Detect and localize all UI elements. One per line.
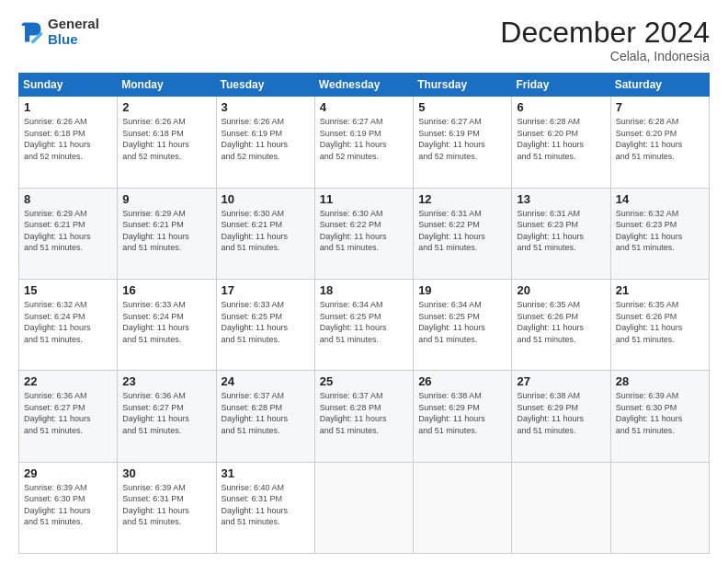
day-number: 25 [320, 374, 408, 388]
calendar-week-1: 1Sunrise: 6:26 AM Sunset: 6:18 PM Daylig… [19, 97, 710, 188]
day-number: 10 [222, 192, 310, 206]
calendar-cell: 23Sunrise: 6:36 AM Sunset: 6:27 PM Dayli… [118, 371, 216, 462]
day-info: Sunrise: 6:29 AM Sunset: 6:21 PM Dayligh… [24, 208, 112, 254]
day-number: 13 [517, 192, 605, 206]
weekday-thursday: Thursday [414, 74, 512, 97]
calendar-cell: 21Sunrise: 6:35 AM Sunset: 6:26 PM Dayli… [610, 279, 709, 370]
day-number: 11 [320, 192, 408, 206]
day-number: 5 [418, 100, 506, 114]
calendar-cell [414, 462, 512, 553]
day-info: Sunrise: 6:32 AM Sunset: 6:24 PM Dayligh… [24, 299, 112, 345]
month-title: December 2024 [500, 17, 710, 49]
day-info: Sunrise: 6:35 AM Sunset: 6:26 PM Dayligh… [616, 299, 704, 345]
day-info: Sunrise: 6:31 AM Sunset: 6:23 PM Dayligh… [517, 208, 605, 254]
calendar-cell: 10Sunrise: 6:30 AM Sunset: 6:21 PM Dayli… [216, 188, 314, 279]
day-info: Sunrise: 6:26 AM Sunset: 6:19 PM Dayligh… [222, 116, 310, 162]
day-number: 17 [222, 283, 310, 297]
day-info: Sunrise: 6:39 AM Sunset: 6:30 PM Dayligh… [616, 390, 704, 436]
day-info: Sunrise: 6:35 AM Sunset: 6:26 PM Dayligh… [517, 299, 605, 345]
day-info: Sunrise: 6:27 AM Sunset: 6:19 PM Dayligh… [320, 116, 408, 162]
calendar-week-2: 8Sunrise: 6:29 AM Sunset: 6:21 PM Daylig… [19, 188, 710, 279]
calendar-cell: 17Sunrise: 6:33 AM Sunset: 6:25 PM Dayli… [216, 279, 314, 370]
day-number: 21 [616, 283, 704, 297]
calendar-cell: 13Sunrise: 6:31 AM Sunset: 6:23 PM Dayli… [512, 188, 610, 279]
day-info: Sunrise: 6:39 AM Sunset: 6:31 PM Dayligh… [122, 482, 210, 528]
day-number: 30 [122, 466, 210, 480]
calendar-cell: 30Sunrise: 6:39 AM Sunset: 6:31 PM Dayli… [118, 462, 216, 553]
day-number: 26 [418, 374, 506, 388]
day-info: Sunrise: 6:31 AM Sunset: 6:22 PM Dayligh… [418, 208, 506, 254]
calendar-cell: 1Sunrise: 6:26 AM Sunset: 6:18 PM Daylig… [19, 97, 118, 188]
day-info: Sunrise: 6:33 AM Sunset: 6:24 PM Dayligh… [122, 299, 210, 345]
calendar-cell [610, 462, 709, 553]
weekday-friday: Friday [512, 74, 610, 97]
day-number: 6 [517, 100, 605, 114]
day-info: Sunrise: 6:36 AM Sunset: 6:27 PM Dayligh… [122, 390, 210, 436]
calendar-cell: 20Sunrise: 6:35 AM Sunset: 6:26 PM Dayli… [512, 279, 610, 370]
logo-icon [18, 19, 44, 45]
day-info: Sunrise: 6:38 AM Sunset: 6:29 PM Dayligh… [517, 390, 605, 436]
calendar-cell [512, 462, 610, 553]
day-number: 15 [24, 283, 112, 297]
day-number: 16 [122, 283, 210, 297]
calendar-cell: 3Sunrise: 6:26 AM Sunset: 6:19 PM Daylig… [216, 97, 314, 188]
header: General Blue December 2024 Celala, Indon… [18, 17, 710, 63]
day-info: Sunrise: 6:29 AM Sunset: 6:21 PM Dayligh… [122, 208, 210, 254]
day-info: Sunrise: 6:30 AM Sunset: 6:21 PM Dayligh… [222, 208, 310, 254]
title-block: December 2024 Celala, Indonesia [500, 17, 710, 63]
day-info: Sunrise: 6:33 AM Sunset: 6:25 PM Dayligh… [222, 299, 310, 345]
day-number: 18 [320, 283, 408, 297]
calendar-cell: 28Sunrise: 6:39 AM Sunset: 6:30 PM Dayli… [610, 371, 709, 462]
logo-line2: Blue [48, 31, 78, 47]
calendar-cell: 25Sunrise: 6:37 AM Sunset: 6:28 PM Dayli… [314, 371, 413, 462]
calendar-cell: 2Sunrise: 6:26 AM Sunset: 6:18 PM Daylig… [118, 97, 216, 188]
calendar-cell: 16Sunrise: 6:33 AM Sunset: 6:24 PM Dayli… [118, 279, 216, 370]
calendar-cell: 11Sunrise: 6:30 AM Sunset: 6:22 PM Dayli… [314, 188, 413, 279]
day-number: 2 [122, 100, 210, 114]
day-number: 19 [418, 283, 506, 297]
calendar-cell: 18Sunrise: 6:34 AM Sunset: 6:25 PM Dayli… [314, 279, 413, 370]
day-info: Sunrise: 6:34 AM Sunset: 6:25 PM Dayligh… [418, 299, 506, 345]
day-number: 4 [320, 100, 408, 114]
day-info: Sunrise: 6:26 AM Sunset: 6:18 PM Dayligh… [122, 116, 210, 162]
day-info: Sunrise: 6:37 AM Sunset: 6:28 PM Dayligh… [320, 390, 408, 436]
calendar-cell: 29Sunrise: 6:39 AM Sunset: 6:30 PM Dayli… [19, 462, 118, 553]
day-number: 29 [24, 466, 112, 480]
day-number: 14 [616, 192, 704, 206]
day-number: 28 [616, 374, 704, 388]
day-info: Sunrise: 6:28 AM Sunset: 6:20 PM Dayligh… [517, 116, 605, 162]
day-info: Sunrise: 6:30 AM Sunset: 6:22 PM Dayligh… [320, 208, 408, 254]
calendar-cell: 24Sunrise: 6:37 AM Sunset: 6:28 PM Dayli… [216, 371, 314, 462]
day-info: Sunrise: 6:40 AM Sunset: 6:31 PM Dayligh… [222, 482, 310, 528]
day-info: Sunrise: 6:39 AM Sunset: 6:30 PM Dayligh… [24, 482, 112, 528]
logo: General Blue [18, 17, 99, 47]
calendar-cell: 19Sunrise: 6:34 AM Sunset: 6:25 PM Dayli… [414, 279, 512, 370]
calendar-cell: 8Sunrise: 6:29 AM Sunset: 6:21 PM Daylig… [19, 188, 118, 279]
day-number: 20 [517, 283, 605, 297]
day-info: Sunrise: 6:26 AM Sunset: 6:18 PM Dayligh… [24, 116, 112, 162]
day-number: 31 [222, 466, 310, 480]
calendar-header: SundayMondayTuesdayWednesdayThursdayFrid… [19, 74, 710, 97]
day-info: Sunrise: 6:32 AM Sunset: 6:23 PM Dayligh… [616, 208, 704, 254]
calendar-cell: 9Sunrise: 6:29 AM Sunset: 6:21 PM Daylig… [118, 188, 216, 279]
day-number: 3 [222, 100, 310, 114]
weekday-wednesday: Wednesday [314, 74, 413, 97]
calendar-cell: 4Sunrise: 6:27 AM Sunset: 6:19 PM Daylig… [314, 97, 413, 188]
day-number: 24 [222, 374, 310, 388]
calendar-week-5: 29Sunrise: 6:39 AM Sunset: 6:30 PM Dayli… [19, 462, 710, 553]
logo-line1: General [48, 17, 99, 32]
calendar-week-3: 15Sunrise: 6:32 AM Sunset: 6:24 PM Dayli… [19, 279, 710, 370]
calendar-cell: 6Sunrise: 6:28 AM Sunset: 6:20 PM Daylig… [512, 97, 610, 188]
calendar-cell: 14Sunrise: 6:32 AM Sunset: 6:23 PM Dayli… [610, 188, 709, 279]
weekday-sunday: Sunday [19, 74, 118, 97]
weekday-tuesday: Tuesday [216, 74, 314, 97]
day-number: 12 [418, 192, 506, 206]
day-info: Sunrise: 6:37 AM Sunset: 6:28 PM Dayligh… [222, 390, 310, 436]
day-number: 1 [24, 100, 112, 114]
calendar-table: SundayMondayTuesdayWednesdayThursdayFrid… [18, 73, 710, 554]
day-number: 27 [517, 374, 605, 388]
day-info: Sunrise: 6:36 AM Sunset: 6:27 PM Dayligh… [24, 390, 112, 436]
calendar-cell: 26Sunrise: 6:38 AM Sunset: 6:29 PM Dayli… [414, 371, 512, 462]
day-number: 22 [24, 374, 112, 388]
day-number: 8 [24, 192, 112, 206]
